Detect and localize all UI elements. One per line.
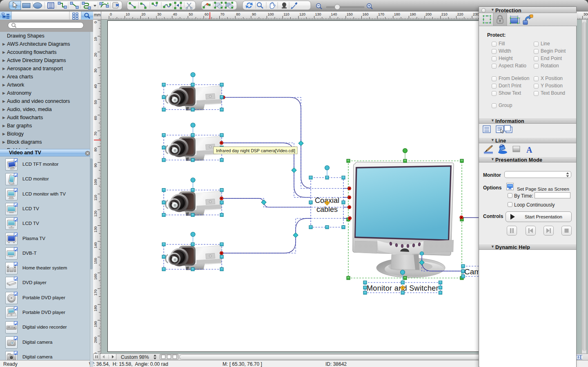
- svg-text:90: 90: [94, 163, 98, 167]
- svg-text:120: 120: [299, 12, 305, 16]
- svg-text:110: 110: [94, 195, 98, 200]
- svg-text:150: 150: [94, 258, 98, 264]
- svg-text:0: 0: [94, 21, 98, 23]
- svg-text:30: 30: [94, 69, 98, 73]
- svg-text:200: 200: [94, 337, 98, 343]
- svg-text:200: 200: [425, 12, 432, 16]
- svg-text:60: 60: [205, 12, 209, 16]
- svg-text:180: 180: [94, 305, 98, 311]
- svg-text:cables: cables: [316, 205, 338, 214]
- svg-text:70: 70: [220, 12, 225, 16]
- svg-text:190: 190: [410, 12, 416, 16]
- svg-text:190: 190: [94, 321, 98, 327]
- svg-text:160: 160: [363, 12, 369, 16]
- svg-text:160: 160: [94, 274, 98, 280]
- svg-text:10: 10: [94, 37, 98, 41]
- svg-text:140: 140: [331, 12, 337, 16]
- svg-text:230: 230: [473, 12, 479, 16]
- svg-text:140: 140: [94, 242, 98, 248]
- svg-text:Infrared day night DSP camera[: Infrared day night DSP camera[Video.cdl]: [216, 148, 295, 153]
- svg-text:40: 40: [173, 12, 177, 16]
- svg-text:40: 40: [94, 85, 98, 89]
- svg-text:0: 0: [110, 12, 112, 16]
- svg-text:180: 180: [394, 12, 400, 16]
- svg-text:90: 90: [252, 12, 256, 16]
- svg-text:80: 80: [236, 12, 240, 16]
- svg-text:210: 210: [441, 12, 448, 16]
- svg-text:170: 170: [94, 289, 98, 296]
- svg-text:100: 100: [94, 179, 98, 185]
- svg-text:110: 110: [283, 12, 289, 16]
- svg-text:T: T: [326, 202, 328, 205]
- svg-text:20: 20: [141, 12, 145, 16]
- svg-text:80: 80: [94, 147, 98, 151]
- svg-text:130: 130: [315, 12, 321, 16]
- svg-text:30: 30: [157, 12, 161, 16]
- svg-text:A: A: [526, 145, 532, 154]
- svg-text:100: 100: [268, 12, 274, 16]
- svg-text:150: 150: [347, 12, 353, 16]
- svg-text:220: 220: [457, 12, 463, 16]
- svg-text:70: 70: [94, 132, 98, 136]
- svg-text:300: 300: [584, 12, 588, 16]
- svg-text:170: 170: [378, 12, 384, 16]
- svg-text:120: 120: [94, 211, 98, 217]
- svg-text:20: 20: [94, 53, 98, 57]
- svg-text:10: 10: [126, 12, 130, 16]
- svg-text:50: 50: [189, 12, 193, 16]
- svg-text:130: 130: [94, 227, 98, 233]
- svg-text:60: 60: [94, 116, 98, 120]
- svg-text:50: 50: [94, 100, 98, 104]
- svg-text:T: T: [402, 287, 403, 289]
